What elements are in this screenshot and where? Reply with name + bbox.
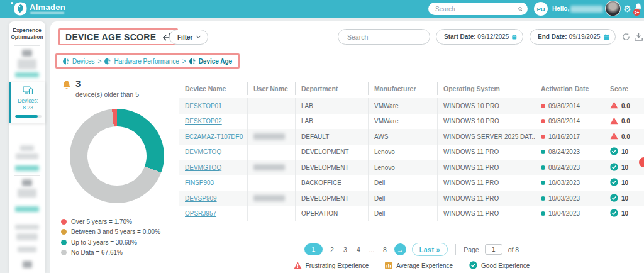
device-link[interactable]: FINSP903 [185,179,214,186]
device-link[interactable]: OPSRJ957 [185,210,216,217]
user-name-redacted [253,133,285,140]
column-header-score[interactable]: Score [604,82,644,95]
table-search-input[interactable] [347,33,432,41]
start-date-label: Start Date: [444,33,476,40]
score-value: 10 [621,179,628,186]
experience-legend-label: Good Experience [481,262,530,269]
column-header-manufacturer[interactable]: Manufacturer [368,82,437,95]
check-circle-icon [610,147,618,155]
global-search-input[interactable] [435,6,518,13]
user-photo-avatar[interactable] [605,1,621,16]
page-number-1[interactable]: 1 [304,243,323,255]
devices-progress-bar [15,115,42,118]
activation-status-dot [541,150,545,154]
page-of-label: of 8 [508,246,519,254]
activation-date: 10/03/2023 [548,195,580,202]
score-status-icon [610,132,618,141]
search-icon [518,6,523,13]
device-link[interactable]: DESKTOP02 [185,118,222,125]
breadcrumb-item-hardware-performance[interactable]: Hardware Performance [104,58,179,65]
bar-chart-icon [385,262,392,269]
activation-status-dot [541,104,545,108]
donut-chart-legend: Over 5 years = 1.70%Between 3 and 5 year… [61,216,160,258]
page-number-4[interactable]: 4 [355,246,362,254]
device-link[interactable]: DEVMGTOQ [185,164,221,171]
breadcrumb-item-label: Devices [72,58,95,65]
redacted-sidebar-item [15,225,39,230]
donut-legend-item: Between 3 and 5 years = 0.00% [61,227,160,238]
experience-legend-label: Average Experience [396,262,453,269]
column-header-activation-date[interactable]: Activation Date [535,82,604,95]
score-status-icon [610,209,618,218]
activation-date: 08/24/2023 [548,164,580,171]
almaden-logo-icon[interactable] [14,2,27,16]
page-number-2[interactable]: 2 [328,246,336,254]
filter-button[interactable]: Filter [169,30,208,45]
redacted-sidebar-item [16,153,38,159]
user-initials-avatar[interactable]: PU [534,2,548,16]
breadcrumb: Devices>Hardware Performance>Device Age [63,58,232,65]
device-link[interactable]: DESKTOP01 [185,103,222,109]
device-link[interactable]: DEVMGTOQ [185,148,221,155]
activation-status-dot [541,135,545,139]
column-header-user-name[interactable]: User Name [247,82,295,95]
table-search [338,29,430,45]
user-name-redacted [570,6,603,13]
settings-gear-icon[interactable]: ⚙ [623,4,631,14]
table-body: DESKTOP01LABVMWareWINDOWS 10 PRO09/30/20… [179,98,644,221]
end-date-picker[interactable]: End Date: 09/19/2025 [530,29,616,45]
redacted-sidebar-item [18,247,36,252]
page-ellipsis: ... [368,246,375,254]
logo-text: Almaden [30,3,65,12]
breadcrumb-pie-icon [104,58,111,65]
breadcrumb-pie-icon [63,58,70,65]
table-header-row: Device NameUser NameDepartmentManufactur… [179,79,644,98]
download-icon[interactable] [634,32,643,42]
start-date-value: 09/12/2025 [477,33,509,40]
breadcrumb-item-label: Device Age [199,58,233,65]
redacted-sidebar-item [18,59,36,69]
legend-label: No Data = 67.61% [71,249,123,256]
warning-triangle-icon [294,262,302,270]
page-number-8[interactable]: 8 [381,246,389,254]
breadcrumb-item-device-age[interactable]: Device Age [189,58,233,65]
table-row: EC2AMAZ-T107DF0DEFAULTAWSWINDOWS SERVER … [179,129,644,145]
top-navigation-bar: Almaden PU Hello, ⚙ 5+ [0,0,644,18]
column-header-device-name[interactable]: Device Name [179,82,247,95]
activation-status-dot [541,119,545,123]
score-value: 10 [621,148,628,155]
breadcrumb-item-devices[interactable]: Devices [63,58,95,65]
device-link[interactable]: EC2AMAZ-T107DF0 [185,133,243,140]
breadcrumb-separator: > [98,58,102,65]
experience-legend-item: Good Experience [469,261,530,270]
table-row: DESKTOP02LABVMWareWINDOWS 10 PRO09/30/20… [179,114,644,130]
donut-legend-item: Over 5 years = 1.70% [61,216,160,227]
main-panel: DEVICE AGE SCORE Filter Start Date: 09/1… [50,21,644,273]
redacted-sidebar-item [15,165,39,171]
breadcrumb-pie-icon [189,58,196,65]
sidebar-devices-label: Devices: [11,98,45,104]
column-header-department[interactable]: Department [295,82,368,95]
redacted-sidebar-item [22,179,32,186]
sidebar-item-devices[interactable]: Devices: 8.23 [9,82,45,123]
redacted-sidebar-item [22,50,32,57]
devices-progress-fill [15,115,38,118]
start-date-picker[interactable]: Start Date: 09/12/2025 [436,29,523,45]
score-status-icon [610,117,618,126]
device-link[interactable]: DEVSP909 [185,195,217,202]
device-age-score-page: Almaden PU Hello, ⚙ 5+ Experience Optimi… [0,0,644,273]
next-page-button[interactable]: → [394,243,406,255]
activation-date: 08/24/2023 [548,148,580,155]
activation-date: 09/30/2014 [548,118,580,125]
activation-status-dot [541,196,545,201]
column-header-operating-system[interactable]: Operating System [437,82,535,95]
score-value: 10 [621,164,628,171]
page-number-input[interactable] [485,244,502,255]
refresh-icon[interactable] [621,32,631,42]
warning-triangle-icon [294,262,302,269]
alert-count: 3 [75,78,80,89]
check-circle-icon [610,163,618,171]
check-circle-icon [610,194,618,202]
page-number-3[interactable]: 3 [341,246,349,254]
last-page-button[interactable]: Last » [412,243,448,256]
